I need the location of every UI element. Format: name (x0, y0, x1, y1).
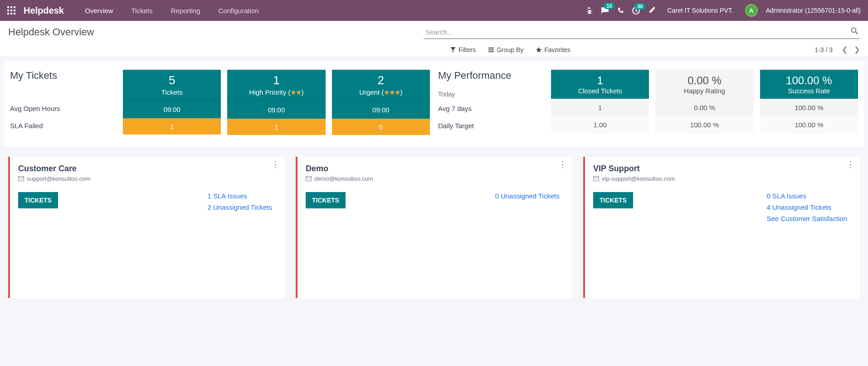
daily-target-label: Daily Target (438, 121, 474, 130)
my-performance-labels: My Performance Today Avg 7 days Daily Ta… (438, 70, 545, 135)
svg-rect-7 (10, 13, 12, 14)
user-menu[interactable]: Administrator (12556701-15-0-all) (766, 7, 861, 14)
perf-avg7: 1 (551, 99, 649, 116)
team-name[interactable]: Demo (306, 164, 564, 173)
tickets-button[interactable]: TICKETS (306, 192, 346, 208)
search-wrap (424, 25, 860, 39)
search-icon[interactable] (851, 27, 858, 36)
team-links: 0 Unassigned Tickets (495, 192, 564, 208)
mail-icon (593, 176, 599, 181)
mail-icon (18, 176, 24, 181)
svg-rect-8 (14, 13, 15, 14)
team-email: vip-support@konsultoo.com (593, 175, 852, 182)
perf-stat-col[interactable]: 0.00 % Happy Rating 0.00 % 100.00 % (655, 70, 753, 135)
pager-value[interactable]: 1-3 / 3 (814, 46, 833, 53)
svg-rect-4 (10, 10, 12, 11)
team-link[interactable]: 0 Unassigned Tickets (495, 192, 560, 200)
today-label: Today (438, 91, 455, 98)
systray: 15 30 Caret IT Solutions PVT. A Administ… (585, 4, 861, 17)
pager-prev-icon[interactable]: ❮ (842, 45, 848, 54)
favorites-button[interactable]: Favorites (536, 46, 571, 53)
stat-avg-hours: 09:00 (332, 101, 430, 119)
apps-icon[interactable] (7, 6, 15, 14)
svg-point-9 (852, 28, 856, 33)
perf-target: 100.00 % (655, 116, 753, 133)
my-performance-block: My Performance Today Avg 7 days Daily Ta… (438, 70, 858, 135)
team-links: 1 SLA Issues2 Unassigned Tickets (207, 192, 277, 211)
team-name[interactable]: Customer Care (18, 164, 277, 173)
sla-failed-label: SLA Failed (10, 121, 43, 130)
kebab-icon[interactable]: ⋮ (846, 163, 854, 166)
team-name[interactable]: VIP Support (593, 164, 852, 173)
team-link[interactable]: 1 SLA Issues (207, 192, 272, 200)
app-brand[interactable]: Helpdesk (24, 5, 64, 16)
ticket-stat-col[interactable]: 1 High Priority (★★) 09:00 1 (227, 70, 325, 135)
avatar[interactable]: A (745, 4, 758, 17)
activities-icon[interactable]: 30 (632, 7, 640, 14)
team-link[interactable]: See Customer Satisfaction (766, 215, 847, 222)
search-input[interactable] (424, 25, 860, 39)
nav-tickets[interactable]: Tickets (131, 7, 152, 14)
team-card: ⋮ Customer Care support@konsultoo.com TI… (8, 157, 285, 298)
kebab-icon[interactable]: ⋮ (559, 163, 567, 166)
svg-rect-6 (7, 13, 9, 14)
svg-rect-5 (14, 10, 15, 11)
mail-icon (306, 176, 312, 181)
perf-target: 100.00 % (760, 116, 858, 133)
ticket-stat-col[interactable]: 5 Tickets 09:00 1 (123, 70, 221, 135)
stat-sla-failed: 0 (332, 119, 430, 135)
svg-rect-11 (488, 48, 494, 48)
perf-label: Success Rate (788, 87, 830, 95)
stat-big: 5 (125, 73, 219, 87)
nav-reporting[interactable]: Reporting (171, 7, 200, 14)
team-link[interactable]: 4 Unassigned Tickets (766, 203, 847, 211)
pager-next-icon[interactable]: ❯ (854, 45, 860, 54)
my-tickets-title: My Tickets (10, 70, 57, 90)
perf-label: Happy Rating (684, 87, 725, 95)
stat-sla-failed: 1 (123, 118, 221, 135)
top-nav: Helpdesk Overview Tickets Reporting Conf… (0, 0, 868, 21)
page-title: Helpdesk Overview (8, 26, 94, 38)
stat-big: 1 (229, 73, 323, 87)
team-link[interactable]: 0 SLA Issues (766, 192, 847, 200)
filters-button[interactable]: Filters (450, 46, 476, 53)
wrench-icon[interactable] (648, 7, 655, 14)
tickets-button[interactable]: TICKETS (18, 192, 58, 208)
svg-rect-2 (14, 6, 15, 8)
kebab-icon[interactable]: ⋮ (271, 163, 279, 166)
team-links: 0 SLA Issues4 Unassigned TicketsSee Cust… (766, 192, 852, 222)
svg-rect-13 (488, 51, 494, 52)
avg7-label: Avg 7 days (438, 104, 472, 112)
tickets-button[interactable]: TICKETS (593, 192, 633, 208)
perf-stat-col[interactable]: 1 Closed Tickets 1 1.00 (551, 70, 649, 135)
messages-icon[interactable]: 15 (601, 6, 609, 14)
svg-rect-1 (10, 6, 12, 8)
nav-overview[interactable]: Overview (85, 7, 113, 14)
stat-avg-hours: 09:00 (123, 100, 221, 118)
groupby-button[interactable]: Group By (488, 46, 523, 53)
filters-label: Filters (458, 46, 476, 53)
stat-label: Tickets (125, 88, 219, 96)
favorites-label: Favorites (544, 46, 571, 53)
svg-rect-12 (488, 49, 494, 50)
ticket-stat-col[interactable]: 2 Urgent (★★★) 09:00 0 (332, 70, 430, 135)
messages-badge: 15 (604, 3, 614, 9)
my-performance-title: My Performance (438, 70, 511, 90)
stat-label: High Priority (★★) (229, 88, 323, 96)
team-email: demo@konsultoo.com (306, 175, 564, 182)
team-cards: ⋮ Customer Care support@konsultoo.com TI… (0, 146, 868, 309)
activities-badge: 30 (634, 3, 645, 10)
perf-stat-col[interactable]: 100.00 % Success Rate 100.00 % 100.00 % (760, 70, 858, 135)
perf-big: 0.00 % (688, 74, 722, 87)
phone-icon[interactable] (617, 7, 624, 14)
perf-avg7: 100.00 % (760, 99, 858, 116)
control-panel: Helpdesk Overview Filters Group By Favor… (0, 21, 868, 57)
svg-line-10 (856, 32, 858, 34)
team-card: ⋮ VIP Support vip-support@konsultoo.com … (583, 157, 860, 298)
nav-configuration[interactable]: Configuration (218, 7, 258, 14)
team-link[interactable]: 2 Unassigned Tickets (207, 203, 272, 211)
bug-icon[interactable] (585, 7, 593, 14)
team-email: support@konsultoo.com (18, 175, 277, 182)
company-switcher[interactable]: Caret IT Solutions PVT. (667, 7, 733, 14)
stat-big: 2 (334, 73, 428, 87)
